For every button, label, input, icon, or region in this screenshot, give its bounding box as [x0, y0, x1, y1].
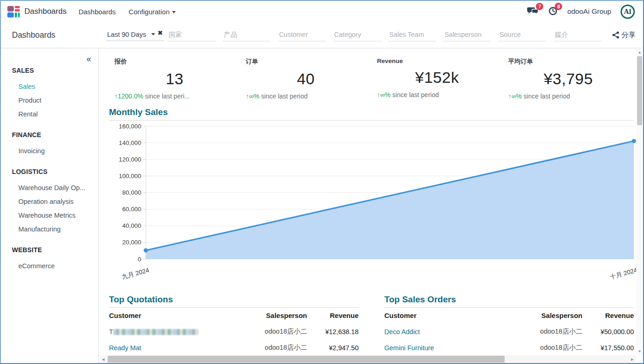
- table-title: Top Quotations: [109, 295, 359, 305]
- up-arrow-icon: ↑: [377, 91, 380, 98]
- sidebar-item-warehouse-metrics[interactable]: Warehouse Metrics: [12, 208, 91, 222]
- table-top-quotations: Top QuotationsCustomerSalespersonRevenue…: [109, 288, 359, 363]
- kpi-label: 平均订单: [508, 58, 628, 66]
- salesperson-cell: odoo18店小二: [527, 327, 582, 336]
- kpi-card-1: 订单40↑∞% since last period: [240, 58, 371, 100]
- kpi-value: 13: [115, 70, 235, 88]
- revenue-cell: ¥17,550.00: [582, 344, 634, 352]
- kpi-label: 报价: [115, 58, 235, 66]
- kpi-label: Revenue: [377, 58, 497, 64]
- col-salesperson: Salesperson: [252, 312, 307, 319]
- svg-text:60,000: 60,000: [122, 206, 141, 213]
- kpi-delta: ↑∞% since last period: [246, 92, 366, 100]
- sidebar-item-product[interactable]: Product: [12, 93, 91, 107]
- menu-dashboards[interactable]: Dashboards: [79, 8, 116, 16]
- date-filter-facet[interactable]: Last 90 Days ✖: [106, 29, 164, 41]
- sidebar-item-manufacturing[interactable]: Manufacturing: [12, 222, 91, 236]
- horizontal-scroll-track[interactable]: [107, 355, 629, 363]
- sidebar-item-operation-analysis[interactable]: Operation analysis: [12, 195, 91, 208]
- redacted-text: [113, 329, 198, 335]
- kpi-delta: ↑∞% since last period: [508, 92, 628, 100]
- kpi-value: 40: [246, 70, 366, 88]
- customer-link[interactable]: Deco Addict: [385, 328, 420, 335]
- svg-text:十月 2024: 十月 2024: [609, 266, 638, 280]
- sidebar-section-title: WEBSITE: [12, 246, 91, 254]
- scroll-down-icon[interactable]: ▼: [636, 349, 643, 353]
- kpi-value: ¥152k: [377, 69, 497, 87]
- messages-badge: 7: [536, 3, 543, 10]
- vertical-scroll-thumb[interactable]: [637, 56, 642, 125]
- customer-link[interactable]: Ready Mat: [109, 344, 141, 352]
- horizontal-scrollbar[interactable]: ◄ ►: [100, 355, 636, 363]
- top-navbar: Dashboards Dashboards Configuration 7 8: [1, 1, 643, 22]
- sidebar-item-sales[interactable]: Sales: [12, 80, 91, 93]
- user-avatar[interactable]: Ai: [621, 5, 635, 19]
- table-header-row: CustomerSalespersonRevenue: [109, 308, 359, 324]
- scroll-up-icon[interactable]: ▲: [636, 50, 643, 54]
- filter-input-4[interactable]: [388, 29, 436, 41]
- kpi-card-3: 平均订单¥3,795↑∞% since last period: [503, 58, 634, 100]
- kpi-delta: ↑∞% since last period: [377, 91, 497, 98]
- kpi-value: ¥3,795: [508, 70, 628, 88]
- messages-button[interactable]: 7: [527, 6, 539, 17]
- svg-text:40,000: 40,000: [122, 222, 141, 229]
- nav-right: 7 8 odooAi Group Ai: [527, 5, 635, 19]
- brand-label: Dashboards: [24, 7, 67, 16]
- sidebar-section-title: FINANCE: [12, 131, 91, 139]
- col-customer: Customer: [385, 312, 528, 319]
- table-row: Deco Addictodoo18店小二¥50,000.00: [385, 324, 634, 340]
- filter-inputs: [168, 29, 602, 41]
- filters-row: Last 90 Days ✖ 分享: [106, 29, 636, 41]
- svg-text:0: 0: [138, 256, 141, 263]
- share-button[interactable]: 分享: [612, 30, 636, 40]
- customer-link[interactable]: Gemini Furniture: [385, 344, 434, 352]
- customer-link[interactable]: T: [109, 328, 113, 335]
- sidebar-item-invoicing[interactable]: Invoicing: [12, 144, 91, 158]
- svg-text:140,000: 140,000: [119, 139, 141, 146]
- col-revenue: Revenue: [582, 312, 634, 319]
- activities-badge: 8: [555, 3, 562, 10]
- table-row: Todoo18店小二¥12,638.18: [109, 324, 359, 340]
- clear-filter-icon[interactable]: ✖: [158, 29, 163, 36]
- nav-menu: Dashboards Configuration: [79, 8, 176, 16]
- company-name[interactable]: odooAi Group: [567, 7, 611, 16]
- kpi-row: 报价13↑1200.0% since last peri...订单40↑∞% s…: [109, 58, 634, 100]
- sidebar-collapse-icon[interactable]: «: [12, 55, 91, 63]
- sidebar-section-logistics: LOGISTICSWarehouse Daily Op...Operation …: [12, 168, 91, 236]
- salesperson-cell: odoo18店小二: [527, 343, 582, 352]
- share-icon: [612, 31, 619, 39]
- sidebar-section-finance: FINANCEInvoicing: [12, 131, 91, 158]
- scroll-right-icon[interactable]: ►: [629, 357, 636, 362]
- scroll-left-icon[interactable]: ◄: [100, 357, 107, 362]
- menu-configuration[interactable]: Configuration: [129, 8, 176, 16]
- filter-input-7[interactable]: [554, 29, 602, 41]
- sidebar-section-website: WEBSITEeCommerce: [12, 246, 91, 273]
- filter-input-0[interactable]: [168, 29, 216, 41]
- sidebar-item-ecommerce[interactable]: eCommerce: [12, 259, 91, 273]
- app-brand[interactable]: Dashboards: [7, 6, 67, 17]
- svg-text:120,000: 120,000: [119, 156, 141, 163]
- col-revenue: Revenue: [307, 312, 359, 319]
- chevron-down-icon: [172, 11, 176, 13]
- sidebar-item-warehouse-daily-op-[interactable]: Warehouse Daily Op...: [12, 181, 91, 195]
- main-content: 报价13↑1200.0% since last peri...订单40↑∞% s…: [99, 48, 643, 363]
- svg-text:80,000: 80,000: [122, 189, 141, 196]
- sidebar-section-sales: SALESSalesProductRental: [12, 67, 91, 121]
- filter-input-1[interactable]: [223, 29, 270, 41]
- filter-input-5[interactable]: [443, 29, 491, 41]
- table-top-sales-orders: Top Sales OrdersCustomerSalespersonReven…: [385, 288, 634, 363]
- horizontal-scroll-thumb[interactable]: [108, 356, 505, 363]
- filter-input-2[interactable]: [278, 29, 326, 41]
- filter-input-3[interactable]: [333, 29, 381, 41]
- monthly-sales-chart: 020,00040,00060,00080,000100,000120,0001…: [109, 121, 634, 283]
- vertical-scrollbar[interactable]: ▲ ▼: [636, 49, 643, 355]
- activities-button[interactable]: 8: [548, 6, 558, 17]
- chart-title: Monthly Sales: [109, 107, 634, 117]
- app-window: Dashboards Dashboards Configuration 7 8: [0, 0, 644, 364]
- col-customer: Customer: [109, 312, 252, 319]
- control-bar: Dashboards Last 90 Days ✖ 分享: [1, 22, 643, 48]
- sidebar-item-rental[interactable]: Rental: [12, 107, 91, 121]
- page-title: Dashboards: [12, 30, 106, 40]
- filter-input-6[interactable]: [499, 29, 546, 41]
- svg-text:20,000: 20,000: [122, 239, 141, 246]
